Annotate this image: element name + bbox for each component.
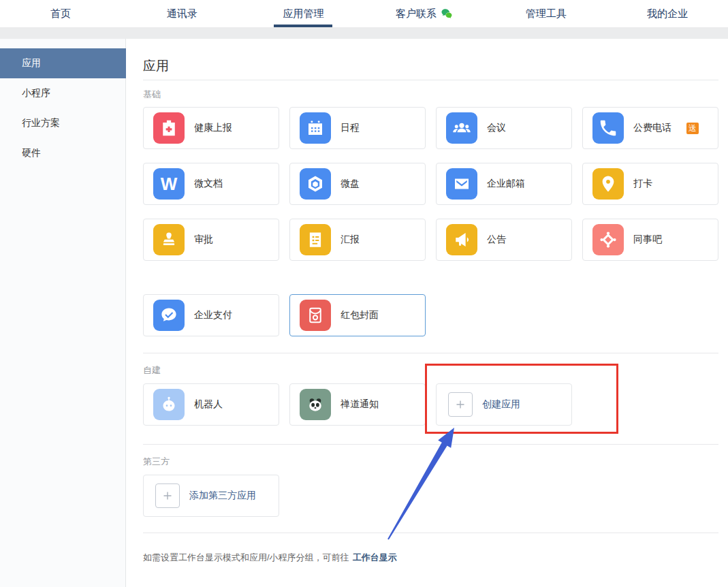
sidebar-item-industry-solutions[interactable]: 行业方案 xyxy=(0,108,126,138)
app-label: 打卡 xyxy=(633,178,652,190)
app-card-mail[interactable]: 企业邮箱 xyxy=(436,163,572,205)
gift-badge: 送 xyxy=(686,123,699,134)
location-pin-icon xyxy=(592,168,624,200)
sidebar-item-label: 行业方案 xyxy=(22,117,60,129)
app-label: 公费电话 xyxy=(633,122,671,134)
section-label-basic: 基础 xyxy=(143,89,161,101)
app-label: 健康上报 xyxy=(194,122,232,134)
app-label: 会议 xyxy=(487,122,506,134)
nav-label: 首页 xyxy=(50,7,71,20)
w-letter: W xyxy=(161,175,178,193)
phone-icon xyxy=(592,112,624,144)
app-label: 机器人 xyxy=(194,398,223,411)
divider xyxy=(143,80,718,80)
add-third-party-app-button[interactable]: 添加第三方应用 xyxy=(143,475,279,517)
app-card-approval[interactable]: 审批 xyxy=(143,219,279,261)
app-card-wedrive[interactable]: 微盘 xyxy=(289,163,426,205)
sidebar-item-label: 小程序 xyxy=(22,87,50,99)
sidebar-item-apps[interactable]: 应用 xyxy=(0,48,126,78)
plus-icon xyxy=(448,392,473,417)
nav-item-admin-tools[interactable]: 管理工具 xyxy=(486,0,607,27)
footer-text: 如需设置工作台显示模式和应用/小程序分组，可前往 xyxy=(143,552,349,562)
app-label: 日程 xyxy=(341,122,360,134)
app-label: 汇报 xyxy=(341,234,360,246)
main-content: 应用 基础 健康上报 日程 会议 xyxy=(127,39,728,587)
divider xyxy=(143,444,718,445)
app-label: 微文档 xyxy=(194,178,223,190)
pay-bubble-icon xyxy=(153,300,185,331)
basic-apps-grid: 健康上报 日程 会议 公费电话 送 xyxy=(143,107,718,261)
app-label: 微盘 xyxy=(341,178,360,190)
app-card-corp-pay[interactable]: 企业支付 xyxy=(143,294,279,336)
mail-icon xyxy=(446,168,477,200)
nav-item-contacts[interactable]: 通讯录 xyxy=(121,0,242,27)
meeting-icon xyxy=(446,112,477,144)
doc-w-icon: W xyxy=(153,168,185,200)
nav-label: 我的企业 xyxy=(647,7,688,20)
app-card-schedule[interactable]: 日程 xyxy=(289,107,426,149)
red-packet-icon xyxy=(300,300,331,331)
calendar-icon xyxy=(300,112,331,144)
app-card-colleague-bar[interactable]: 同事吧 xyxy=(582,219,718,261)
sidebar-item-label: 应用 xyxy=(22,57,41,69)
megaphone-icon xyxy=(446,224,477,255)
app-card-report[interactable]: 汇报 xyxy=(289,219,426,261)
plus-icon xyxy=(155,483,180,508)
divider xyxy=(143,533,718,533)
app-label: 同事吧 xyxy=(633,234,662,246)
create-app-button[interactable]: 创建应用 xyxy=(436,383,572,426)
app-label: 企业支付 xyxy=(194,309,232,321)
panda-photo-icon xyxy=(300,389,331,420)
app-card-red-packet-cover[interactable]: 红包封面 xyxy=(289,294,426,336)
app-management-page: 首页 通讯录 应用管理 客户联系 管理工具 我的企业 应用 小程序 xyxy=(0,0,728,587)
payment-apps-grid: 企业支付 红包封面 xyxy=(143,294,718,336)
nav-item-my-company[interactable]: 我的企业 xyxy=(607,0,728,27)
app-card-checkin[interactable]: 打卡 xyxy=(582,163,718,205)
report-doc-icon xyxy=(300,224,331,255)
app-card-health-report[interactable]: 健康上报 xyxy=(143,107,279,149)
app-card-zentao-notify[interactable]: 禅道通知 xyxy=(289,383,426,426)
section-label-third-party: 第三方 xyxy=(143,456,170,468)
divider xyxy=(143,353,718,353)
nav-item-app-management[interactable]: 应用管理 xyxy=(242,0,364,27)
app-card-meeting[interactable]: 会议 xyxy=(436,107,572,149)
sidebar-item-label: 硬件 xyxy=(22,147,41,159)
sidebar: 应用 小程序 行业方案 硬件 xyxy=(0,39,126,587)
app-card-wedoc[interactable]: W 微文档 xyxy=(143,163,279,205)
page-title: 应用 xyxy=(143,57,169,75)
app-card-announcement[interactable]: 公告 xyxy=(436,219,572,261)
custom-apps-grid: 机器人 禅道通知 创建应用 xyxy=(143,383,718,426)
approval-stamp-icon xyxy=(153,224,185,255)
nav-item-home[interactable]: 首页 xyxy=(0,0,121,27)
sidebar-item-hardware[interactable]: 硬件 xyxy=(0,138,126,168)
workbench-display-link[interactable]: 工作台显示 xyxy=(353,552,397,562)
colleague-diamond-icon xyxy=(592,224,624,255)
wechat-bubbles-icon xyxy=(440,7,454,20)
nav-label: 管理工具 xyxy=(526,7,567,20)
health-report-icon xyxy=(153,112,185,144)
sidebar-item-miniprograms[interactable]: 小程序 xyxy=(0,78,126,108)
nav-label: 通讯录 xyxy=(167,7,197,20)
app-label: 企业邮箱 xyxy=(487,178,525,190)
nav-label: 应用管理 xyxy=(283,7,323,20)
create-app-label: 创建应用 xyxy=(482,398,520,411)
nav-label: 客户联系 xyxy=(396,7,437,20)
third-party-grid: 添加第三方应用 xyxy=(143,475,718,517)
app-label: 禅道通知 xyxy=(341,398,379,411)
nav-item-customer-contact[interactable]: 客户联系 xyxy=(364,0,486,27)
top-nav: 首页 通讯录 应用管理 客户联系 管理工具 我的企业 xyxy=(0,0,728,27)
add-third-party-label: 添加第三方应用 xyxy=(189,490,256,502)
footer-note: 如需设置工作台显示模式和应用/小程序分组，可前往工作台显示 xyxy=(143,552,397,564)
app-card-free-call[interactable]: 公费电话 送 xyxy=(582,107,718,149)
app-label: 审批 xyxy=(194,234,213,246)
section-label-custom: 自建 xyxy=(143,364,161,377)
app-label: 红包封面 xyxy=(341,309,379,321)
header-separator-band xyxy=(0,27,728,39)
app-label: 公告 xyxy=(487,234,506,246)
drive-icon xyxy=(300,168,331,200)
robot-icon xyxy=(153,389,185,420)
app-card-robot[interactable]: 机器人 xyxy=(143,383,279,426)
